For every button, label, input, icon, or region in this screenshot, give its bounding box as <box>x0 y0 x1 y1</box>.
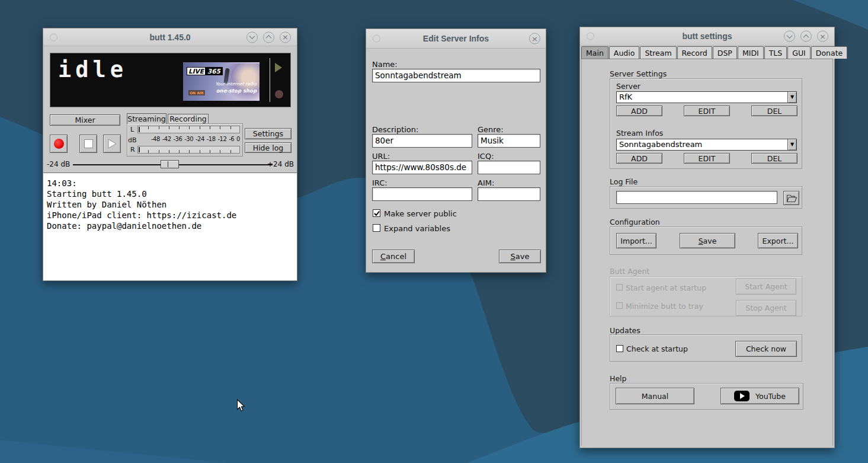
updates-group: Check at startup Check now <box>610 334 802 362</box>
main-window-title: butt 1.45.0 <box>43 32 297 41</box>
stop-agent-button-label: Stop Agent <box>745 304 786 312</box>
genre-label: Genre: <box>478 125 504 134</box>
log-file-input[interactable] <box>616 191 777 204</box>
dropdown-arrow-icon[interactable]: ▼ <box>787 139 796 150</box>
tab-tls[interactable]: TLS <box>764 46 787 59</box>
live365-logo: LIVE 365 <box>187 67 223 75</box>
save-button[interactable]: Save <box>499 250 541 263</box>
log-output: 14:03: Starting butt 1.45.0 Written by D… <box>43 173 297 280</box>
tab-record[interactable]: Record <box>677 46 712 59</box>
stream-del-button[interactable]: DEL <box>751 153 797 164</box>
help-section-label: Help <box>610 374 627 383</box>
genre-field[interactable]: Musik <box>478 134 540 148</box>
minimize-button[interactable] <box>246 31 258 43</box>
youtube-button-label: YouTube <box>755 392 786 401</box>
server-edit-button[interactable]: EDIT <box>684 106 730 116</box>
check-icon <box>374 210 380 216</box>
meter-db-label: dB <box>128 136 137 144</box>
settings-tabbar: Main Audio Stream Record DSP MIDI TLS GU… <box>581 46 848 59</box>
settings-window: butt settings × Main Audio Stream Record… <box>579 27 835 448</box>
minimize-button[interactable] <box>784 31 795 42</box>
live365-ad-banner[interactable]: LIVE 365 Your internet radio one-stop sh… <box>183 62 260 101</box>
description-label: Description: <box>372 125 418 134</box>
check-at-startup-label: Check at startup <box>626 344 688 353</box>
ad-play-icon[interactable] <box>275 63 282 72</box>
check-now-button[interactable]: Check now <box>735 341 797 357</box>
tab-recording-label: Recording <box>169 114 207 123</box>
tab-main[interactable]: Main <box>581 46 608 59</box>
dropdown-arrow-icon[interactable]: ▼ <box>787 92 796 103</box>
stream-infos-dropdown[interactable]: Sonntagabendstream ▼ <box>616 139 797 151</box>
maximize-button[interactable] <box>263 31 274 43</box>
tab-gui[interactable]: GUI <box>787 46 811 59</box>
close-button[interactable]: × <box>817 31 828 42</box>
start-agent-button: Start Agent <box>736 279 796 295</box>
log-line: iPhone/iPad client: https://izicast.de <box>47 210 293 221</box>
dialog-title: Edit Server Infos <box>366 34 546 43</box>
config-save-button[interactable]: Save <box>680 233 735 248</box>
import-button-label: Import... <box>620 237 652 245</box>
server-settings-section-label: Server Settings <box>610 69 667 78</box>
chevron-down-icon <box>787 33 793 39</box>
hide-log-button[interactable]: Hide log <box>245 142 292 153</box>
youtube-button[interactable]: YouTube <box>720 388 799 404</box>
dialog-titlebar[interactable]: Edit Server Infos × <box>366 29 546 49</box>
maximize-button[interactable] <box>800 31 812 42</box>
tab-audio[interactable]: Audio <box>609 46 640 59</box>
close-button[interactable]: × <box>529 33 540 44</box>
stream-edit-button[interactable]: EDIT <box>684 153 730 164</box>
scale-tick-label: 0 <box>236 136 240 143</box>
import-button[interactable]: Import... <box>616 233 656 248</box>
volume-slider-thumb[interactable] <box>161 160 179 168</box>
make-server-public-checkbox[interactable] <box>373 209 380 217</box>
main-window-titlebar[interactable]: butt 1.45.0 × <box>43 28 297 46</box>
stream-infos-label: Stream Infos <box>616 129 663 138</box>
icq-field[interactable] <box>478 161 540 174</box>
manual-button[interactable]: Manual <box>616 388 694 404</box>
edit-button-label: EDIT <box>699 154 716 163</box>
name-field[interactable]: Sonntagabendstream <box>372 69 540 82</box>
server-del-button[interactable]: DEL <box>751 106 797 116</box>
record-icon <box>54 139 64 149</box>
tab-recording[interactable]: Recording <box>168 114 209 124</box>
expand-variables-checkbox[interactable] <box>373 224 380 232</box>
close-icon: × <box>819 32 826 40</box>
stop-button[interactable] <box>79 135 97 153</box>
make-server-public-label: Make server public <box>384 209 457 218</box>
close-button[interactable]: × <box>280 31 291 43</box>
settings-button[interactable]: Settings <box>245 128 292 139</box>
server-add-button[interactable]: ADD <box>616 106 662 116</box>
check-at-startup-checkbox[interactable] <box>616 345 623 352</box>
live-logo-text: LIVE <box>187 67 206 75</box>
check-now-button-label: Check now <box>746 344 786 353</box>
aim-field[interactable] <box>478 187 540 201</box>
url-field[interactable]: https://www.80s80s.de <box>372 161 472 174</box>
tab-midi[interactable]: MIDI <box>738 46 764 59</box>
scale-tick-label: -6 <box>229 136 234 143</box>
volume-max-label: +24 dB <box>267 160 294 168</box>
cancel-button[interactable]: Cancel <box>372 250 415 263</box>
irc-field[interactable] <box>372 187 472 201</box>
meter-right-label: R <box>130 146 135 154</box>
tab-streaming-label: Streaming <box>127 114 166 123</box>
tab-donate[interactable]: Donate <box>811 46 847 59</box>
tab-dsp[interactable]: DSP <box>713 46 737 59</box>
status-display: idle LIVE 365 Your internet radio one-st… <box>50 53 291 107</box>
ad-tagline-2: one-stop shop <box>216 88 257 94</box>
ad-record-icon[interactable] <box>275 90 283 98</box>
chevron-down-icon <box>249 33 255 39</box>
tab-stream[interactable]: Stream <box>640 46 676 59</box>
stream-add-button[interactable]: ADD <box>616 153 662 164</box>
settings-titlebar[interactable]: butt settings × <box>580 27 834 46</box>
record-button[interactable] <box>50 135 68 153</box>
export-button[interactable]: Export... <box>758 233 798 248</box>
browse-log-file-button[interactable] <box>783 191 799 205</box>
play-button[interactable] <box>103 135 121 153</box>
log-line: 14:03: <box>47 178 293 189</box>
tab-streaming[interactable]: Streaming <box>127 113 166 124</box>
server-dropdown[interactable]: RfK ▼ <box>616 91 797 103</box>
cancel-button-label: Cancel <box>380 252 406 261</box>
stream-infos-dropdown-value: Sonntagabendstream <box>619 140 702 149</box>
description-field[interactable]: 80er <box>372 134 472 148</box>
mixer-button[interactable]: Mixer <box>50 114 120 126</box>
